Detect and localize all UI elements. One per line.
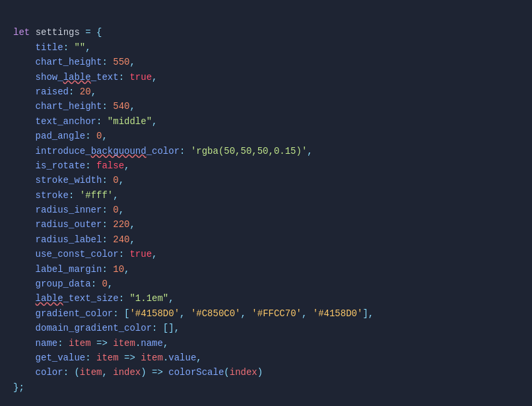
line-14: radius_outer: 220, — [13, 219, 135, 230]
line-8: pad_angle: 0, — [13, 131, 108, 141]
line-17: label_margin: 10, — [13, 264, 129, 275]
line-3: chart_height: 550, — [13, 57, 135, 67]
line-10: is_rotate: false, — [13, 160, 129, 171]
line-7: text_anchor: "middle", — [13, 116, 157, 127]
line-11: stroke_width: 0, — [13, 175, 124, 186]
line-12: stroke: '#fff', — [13, 190, 119, 201]
line-18: group_data: 0, — [13, 279, 113, 289]
line-13: radius_inner: 0, — [13, 205, 124, 215]
line-25: }; — [13, 382, 24, 393]
line-22: name: item => item.name, — [13, 338, 168, 349]
line-16: use_const_color: true, — [13, 249, 157, 259]
line-15: radius_label: 240, — [13, 234, 135, 245]
line-6: chart_height: 540, — [13, 101, 135, 112]
line-24: color: (item, index) => colorScale(index… — [13, 367, 263, 378]
line-4: show_lable_text: true, — [13, 72, 157, 83]
line-21: domain_gradient_color: [], — [13, 323, 180, 333]
line-2: title: "", — [13, 42, 91, 53]
line-9: introduce_backguound_color: 'rgba(50,50,… — [13, 146, 313, 156]
line-1: let settings = { — [13, 27, 102, 38]
line-23: get_value: item => item.value, — [13, 353, 202, 363]
line-20: gradient_color: ['#4158D0', '#C850C0', '… — [13, 308, 374, 319]
line-5: raised: 20, — [13, 86, 96, 97]
code-editor: let settings = { title: "", chart_height… — [13, 11, 519, 395]
line-19: lable_text_size: "1.1em", — [13, 293, 174, 304]
